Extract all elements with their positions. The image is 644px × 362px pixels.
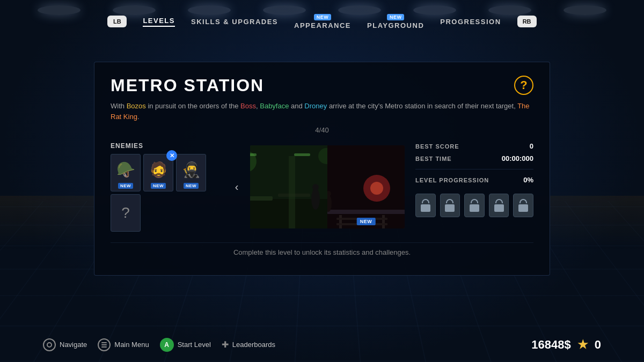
carousel-image-right: NEW — [327, 145, 405, 228]
bottom-controls: Navigate Main Menu A Start Level ✚ Leade… — [43, 338, 275, 352]
menu-line-3 — [101, 346, 107, 348]
level-card: METRO STATION ? With Bozos in pursuit on… — [94, 62, 550, 276]
level-progression-label: LEVEL PROGRESSION — [415, 177, 489, 183]
completion-message: Complete this level to unlock its statis… — [111, 242, 533, 259]
enemies-section: ENEMIES 🪖 NEW ✕ 🧔 NEW 🥷 NEW — [111, 142, 218, 232]
content-row: ENEMIES 🪖 NEW ✕ 🧔 NEW 🥷 NEW — [111, 142, 533, 232]
navigate-inner-circle — [47, 342, 52, 348]
start-level-button-icon: A — [160, 338, 174, 352]
nav-label-playground: PLAYGROUND — [367, 21, 424, 29]
stat-row-time: BEST TIME 00:00:000 — [415, 154, 533, 162]
lock-body — [470, 204, 479, 212]
nav-item-playground[interactable]: NEW PLAYGROUND — [367, 14, 424, 29]
enemy-card-2[interactable]: 🥷 NEW — [176, 154, 206, 191]
lock-4 — [489, 194, 509, 217]
leaderboards-plus-icon: ✚ — [222, 339, 229, 350]
nav-item-progression[interactable]: PROGRESSION — [440, 18, 501, 26]
locks-row — [415, 194, 533, 217]
svg-point-6 — [311, 188, 320, 210]
enemy-avatar-2: 🥷 — [179, 156, 203, 183]
desc-babyface: Babyface — [260, 102, 289, 110]
lock-body — [421, 204, 430, 212]
bottom-right: 16848$ ★ 0 — [531, 338, 601, 352]
lock-body — [518, 204, 528, 212]
stat-row-score: BEST SCORE 0 — [415, 142, 533, 150]
level-progression-value: 0% — [523, 176, 533, 184]
lock-shackle — [471, 199, 478, 203]
svg-rect-9 — [289, 156, 295, 228]
svg-rect-24 — [327, 145, 405, 228]
carousel-section: ‹ — [229, 142, 405, 232]
enemy-card-0[interactable]: 🪖 NEW — [111, 154, 141, 191]
nav-label-levels: LEVELS — [143, 17, 175, 27]
lock-shackle — [446, 199, 453, 203]
menu-line-1 — [101, 342, 107, 343]
lock-1 — [415, 194, 436, 217]
carousel-image-left — [250, 145, 327, 228]
bottom-bar: Navigate Main Menu A Start Level ✚ Leade… — [0, 327, 644, 362]
main-menu-button-icon — [98, 338, 111, 351]
appearance-new-badge: NEW — [314, 14, 332, 20]
enemy-avatar-0: 🪖 — [114, 156, 137, 183]
desc-droney: Droney — [304, 102, 327, 110]
lock-shackle — [519, 199, 527, 203]
stats-section: BEST SCORE 0 BEST TIME 00:00:000 LEVEL P… — [415, 142, 533, 232]
best-time-label: BEST TIME — [415, 156, 452, 162]
svg-rect-2 — [250, 196, 273, 201]
playground-new-badge: NEW — [387, 14, 405, 20]
lock-shackle — [495, 199, 503, 203]
currency-display: 16848$ — [531, 338, 570, 352]
enemy-new-badge-1: NEW — [151, 183, 166, 189]
star-icon: ★ — [577, 338, 588, 352]
right-bumper-button[interactable]: RB — [517, 16, 537, 27]
control-start-level[interactable]: A Start Level — [160, 338, 211, 352]
level-description: With Bozos in pursuit on the orders of t… — [111, 101, 533, 122]
leaderboards-label: Leaderboards — [232, 341, 275, 349]
enemy-avatar-1: 🧔 — [147, 156, 170, 183]
carousel-prev-button[interactable]: ‹ — [229, 179, 245, 195]
carousel-images: NEW — [250, 145, 405, 228]
navigate-label: Navigate — [60, 341, 87, 349]
nav-item-appearance[interactable]: NEW APPEARANCE — [294, 14, 351, 29]
navigate-button-icon — [43, 338, 56, 351]
enemy-x-badge: ✕ — [166, 150, 177, 161]
best-time-value: 00:00:000 — [502, 154, 533, 162]
best-score-value: 0 — [530, 142, 533, 150]
nav-label-appearance: APPEARANCE — [294, 21, 351, 29]
enemy-unknown: ? — [111, 194, 141, 232]
card-header: METRO STATION ? — [111, 76, 533, 95]
stat-divider — [415, 169, 533, 169]
nav-label-progression: PROGRESSION — [440, 18, 501, 26]
lock-3 — [464, 194, 485, 217]
best-score-label: BEST SCORE — [415, 143, 459, 150]
desc-bozos: Bozos — [127, 102, 146, 110]
enemies-top-row: 🪖 NEW ✕ 🧔 NEW 🥷 NEW — [111, 154, 218, 191]
level-title: METRO STATION — [111, 76, 264, 95]
menu-line-2 — [101, 344, 107, 345]
enemies-label: ENEMIES — [111, 142, 218, 150]
svg-rect-11 — [250, 153, 257, 156]
carousel-new-badge: NEW — [357, 218, 376, 225]
main-menu-label: Main Menu — [114, 341, 149, 349]
help-button[interactable]: ? — [514, 76, 533, 95]
start-level-label: Start Level — [178, 341, 211, 349]
lock-2 — [440, 194, 460, 217]
enemy-card-1[interactable]: ✕ 🧔 NEW — [143, 154, 173, 191]
page-counter: 4/40 — [111, 126, 533, 134]
lock-body — [445, 204, 455, 212]
nav-item-levels[interactable]: LEVELS — [143, 17, 175, 27]
enemies-grid: 🪖 NEW ✕ 🧔 NEW 🥷 NEW ? — [111, 154, 218, 232]
control-main-menu: Main Menu — [98, 338, 149, 351]
lock-5 — [513, 194, 533, 217]
stat-row-progression: LEVEL PROGRESSION 0% — [415, 176, 533, 184]
top-navigation: LB LEVELS SKILLS & UPGRADES NEW APPEARAN… — [0, 0, 644, 43]
left-bumper-button[interactable]: LB — [107, 16, 127, 27]
control-leaderboards: ✚ Leaderboards — [222, 339, 275, 350]
nav-item-skills[interactable]: SKILLS & UPGRADES — [191, 18, 278, 26]
svg-rect-12 — [294, 153, 310, 156]
lock-shackle — [422, 199, 429, 203]
desc-boss: Boss — [240, 102, 256, 110]
nav-label-skills: SKILLS & UPGRADES — [191, 18, 278, 26]
star-count: 0 — [595, 338, 601, 352]
enemy-new-badge-0: NEW — [118, 183, 133, 189]
